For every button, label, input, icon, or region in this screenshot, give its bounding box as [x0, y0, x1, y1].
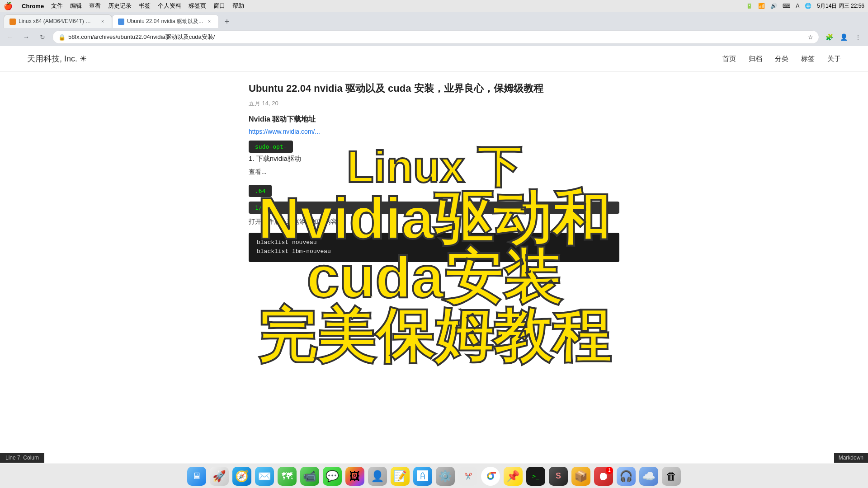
menubar-bookmarks[interactable]: 书签: [139, 2, 151, 10]
language-icon: 🌐: [805, 3, 811, 9]
menubar-window[interactable]: 窗口: [213, 2, 225, 10]
datetime-display: 5月14日 周三 22:56: [817, 2, 864, 10]
nvidia-section-title: Nvidia 驱动下载地址: [249, 115, 619, 124]
dock-trash[interactable]: 🗑: [662, 467, 681, 486]
dock-terminal[interactable]: >_: [526, 467, 545, 486]
menubar-chrome[interactable]: Chrome: [22, 3, 44, 9]
menubar-help[interactable]: 帮助: [232, 2, 244, 10]
nav-about[interactable]: 关于: [827, 55, 841, 63]
dock-cast-screen[interactable]: ⏺ 1: [594, 467, 613, 486]
dock-sublime[interactable]: S: [549, 467, 568, 486]
tab-bar: Linux x64 (AMD64/EM64T) 驱动 × Ubuntu 22.0…: [0, 12, 868, 28]
code-block-blacklist: blacklist nouveau blacklist lbm-nouveau: [249, 233, 619, 263]
dock-cast-badge: 1: [606, 467, 613, 474]
menubar-tabs[interactable]: 标签页: [189, 2, 206, 10]
menubar-file[interactable]: 文件: [51, 2, 63, 10]
status-bar: Line 7, Colum: [0, 453, 44, 463]
address-right-controls: 🧩 👤 ⋮: [823, 31, 864, 43]
article-body1: 查看...: [249, 167, 619, 178]
dock-scripteditor[interactable]: ✂️: [458, 467, 477, 486]
site-header: 天用科技, Inc. ☀ 首页 归档 分类 标签 关于: [0, 46, 868, 72]
progress-snippet: 1/: [249, 202, 619, 214]
wifi-icon: 📶: [758, 3, 765, 9]
input-method-icon: A: [796, 3, 799, 9]
extensions-button[interactable]: 🧩: [823, 31, 835, 43]
menubar-view[interactable]: 查看: [89, 2, 101, 10]
dock-safari[interactable]: 🧭: [232, 467, 251, 486]
dock-chrome[interactable]: [481, 467, 500, 486]
markdown-label: Markdown: [834, 453, 868, 463]
forward-button[interactable]: →: [20, 31, 33, 43]
lock-icon: 🔒: [58, 34, 66, 41]
tab1-favicon: [9, 19, 16, 25]
site-logo[interactable]: 天用科技, Inc. ☀: [27, 53, 87, 64]
dock-preferences[interactable]: ⚙️: [436, 467, 455, 486]
article-body2: 打开文件后，末尾添加如下内容：: [249, 216, 619, 227]
nav-tags[interactable]: 标签: [801, 55, 815, 63]
url-bar[interactable]: 🔒 58fx.com/archives/ubuntu22.04nvidia驱动以…: [52, 30, 819, 44]
code-line-1: blacklist nouveau: [257, 238, 611, 248]
tab1-close[interactable]: ×: [99, 18, 106, 25]
dock: 🖥 🚀 🧭 ✉️ 🗺 📹 💬 🖼 👤 📝 🅰 ⚙️ ✂️ 📌 >_ S 📦 ⏺ …: [0, 464, 868, 488]
dock-cloudmounter[interactable]: ☁️: [639, 467, 658, 486]
url-text: 58fx.com/archives/ubuntu22.04nvidia驱动以及c…: [68, 33, 805, 41]
status-text: Line 7, Colum: [5, 455, 39, 461]
code-line-2: blacklist lbm-nouveau: [257, 247, 611, 257]
new-tab-button[interactable]: +: [221, 15, 233, 28]
menubar-right: 🔋 📶 🔊 ⌨ A 🌐 5月14日 周三 22:56: [746, 2, 864, 10]
site-nav: 首页 归档 分类 标签 关于: [722, 55, 841, 63]
dock-notes[interactable]: 📝: [391, 467, 410, 486]
tab2-favicon: [118, 19, 124, 25]
tab2-title: Ubuntu 22.04 nvidia 驱动以及...: [127, 18, 203, 25]
menubar: 🍎 Chrome 文件 编辑 查看 历史记录 书签 个人资料 标签页 窗口 帮助…: [0, 0, 868, 12]
article-date: 五月 14, 20: [249, 99, 619, 108]
article-area: Ubuntu 22.04 nvidia 驱动以及 cuda 安装，业界良心，保姆…: [231, 72, 637, 276]
page-content: 天用科技, Inc. ☀ 首页 归档 分类 标签 关于 Ubuntu 22.04…: [0, 46, 868, 464]
dock-photos[interactable]: 🖼: [345, 467, 364, 486]
svg-point-2: [489, 474, 492, 478]
more-button[interactable]: ⋮: [852, 31, 864, 43]
refresh-button[interactable]: ↻: [36, 31, 49, 43]
tab-1[interactable]: Linux x64 (AMD64/EM64T) 驱动 ×: [4, 14, 112, 28]
menubar-history[interactable]: 历史记录: [108, 2, 132, 10]
back-button[interactable]: ←: [4, 31, 16, 43]
tab2-close[interactable]: ×: [206, 18, 213, 25]
nav-home[interactable]: 首页: [722, 55, 736, 63]
dock-contacts[interactable]: 👤: [368, 467, 387, 486]
tab-2[interactable]: Ubuntu 22.04 nvidia 驱动以及... ×: [112, 14, 219, 28]
dock-messages[interactable]: 💬: [323, 467, 342, 486]
dock-launchpad[interactable]: 🚀: [210, 467, 229, 486]
profile-button[interactable]: 👤: [837, 31, 850, 43]
address-bar: ← → ↻ 🔒 58fx.com/archives/ubuntu22.04nvi…: [0, 28, 868, 46]
dock-stickies[interactable]: 📌: [504, 467, 523, 486]
nav-categories[interactable]: 分类: [775, 55, 788, 63]
overlay-line4: 完美保姆教程: [258, 306, 610, 365]
dock-maps[interactable]: 🗺: [278, 467, 297, 486]
apple-menu[interactable]: 🍎: [4, 2, 13, 10]
dock-mail[interactable]: ✉️: [255, 467, 274, 486]
dock-finder[interactable]: 🖥: [187, 467, 206, 486]
dock-airbuddy[interactable]: 🎧: [617, 467, 636, 486]
dock-appstore[interactable]: 🅰: [413, 467, 432, 486]
nav-archive[interactable]: 归档: [749, 55, 762, 63]
article-title: Ubuntu 22.04 nvidia 驱动以及 cuda 安装，业界良心，保姆…: [249, 81, 619, 96]
dock-squash[interactable]: 📦: [571, 467, 590, 486]
markdown-text: Markdown: [839, 455, 863, 461]
volume-icon: 🔊: [770, 3, 777, 9]
keyboard-icon: ⌨: [783, 3, 790, 9]
version-code-snippet: .64: [249, 185, 272, 197]
battery-icon: 🔋: [746, 3, 753, 9]
menubar-profile[interactable]: 个人资料: [158, 2, 181, 10]
terminal-command-snippet: sudo-opt-: [249, 141, 293, 153]
menubar-edit[interactable]: 编辑: [70, 2, 82, 10]
bookmark-star-icon[interactable]: ☆: [808, 34, 813, 41]
dock-facetime[interactable]: 📹: [300, 467, 319, 486]
nvidia-link[interactable]: https://www.nvidia.com/...: [249, 128, 619, 135]
tab1-title: Linux x64 (AMD64/EM64T) 驱动: [19, 18, 96, 25]
step1-title: 1. 下载nvidia驱动: [249, 155, 619, 163]
